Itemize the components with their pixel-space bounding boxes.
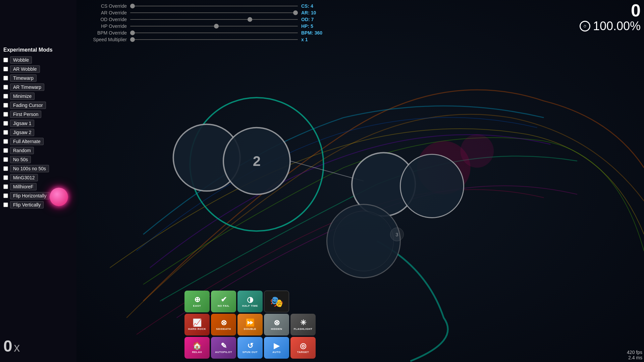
ar-handle[interactable] xyxy=(293,10,298,15)
ar-timewarp-label[interactable]: AR Timewarp xyxy=(10,83,44,91)
first-person-checkbox[interactable] xyxy=(3,112,8,117)
speed-handle[interactable] xyxy=(130,37,135,42)
bpm-value: BPM: 360 xyxy=(301,30,328,36)
half-time-label: HALF TIME xyxy=(242,304,258,307)
ar-track[interactable] xyxy=(130,12,298,13)
mod-jigsaw2[interactable]: Jigsaw 2 xyxy=(3,129,73,136)
mod-ming3012[interactable]: MinG3012 xyxy=(3,174,73,181)
swirl-background: 2 3 xyxy=(76,0,644,362)
accuracy-icon: ⏱ xyxy=(580,21,590,32)
jigsaw2-label[interactable]: Jigsaw 2 xyxy=(10,129,34,136)
auto-label: AUTO xyxy=(272,351,281,354)
millhioref-checkbox[interactable] xyxy=(3,184,8,189)
hidden-button[interactable]: ⊗ HIDDEN xyxy=(264,314,289,336)
double-button[interactable]: ⏩ DOUBLE xyxy=(237,314,263,336)
no100s-no50s-checkbox[interactable] xyxy=(3,166,8,171)
cs-handle[interactable] xyxy=(130,4,135,8)
cs-track[interactable] xyxy=(130,6,298,6)
od-value: OD: 7 xyxy=(301,17,328,22)
full-alternate-label[interactable]: Full Alternate xyxy=(10,138,44,145)
flip-vertically-label[interactable]: Flip Vertically xyxy=(10,201,44,208)
mod-no50s[interactable]: No 50s xyxy=(3,156,73,163)
hidden-label: HIDDEN xyxy=(271,327,282,330)
flashlight-button[interactable]: ✳ FLASHLIGHT xyxy=(290,314,316,336)
millhioref-label[interactable]: MillhioreF xyxy=(10,183,37,190)
speed-track[interactable] xyxy=(130,39,298,40)
wobble-checkbox[interactable] xyxy=(3,58,8,62)
flip-horizontally-label[interactable]: Flip Horizontally xyxy=(10,192,50,199)
top-right-stats: 0 ⏱ 100.00% xyxy=(580,2,641,33)
ar-wobble-checkbox[interactable] xyxy=(3,67,8,71)
fading-cursor-checkbox[interactable] xyxy=(3,103,8,108)
mod-minimize[interactable]: Minimize xyxy=(3,93,73,100)
hp-handle[interactable] xyxy=(214,24,219,28)
no50s-checkbox[interactable] xyxy=(3,157,8,162)
flip-horizontally-checkbox[interactable] xyxy=(3,193,8,198)
jigsaw2-checkbox[interactable] xyxy=(3,130,8,135)
autopilot-button[interactable]: ✎ AUTOPILOT xyxy=(211,337,236,359)
speed-slider-row: Speed Multiplier x 1 xyxy=(83,37,557,42)
minimize-label[interactable]: Minimize xyxy=(10,93,35,100)
no-fail-label: NO FAIL xyxy=(218,304,229,307)
flip-vertically-checkbox[interactable] xyxy=(3,202,8,207)
first-person-label[interactable]: First Person xyxy=(10,111,41,118)
mod-no100s-no50s[interactable]: No 100s no 50s xyxy=(3,165,73,172)
cs-label: CS Override xyxy=(83,3,127,9)
no50s-label[interactable]: No 50s xyxy=(10,156,31,163)
hp-track[interactable] xyxy=(130,26,298,26)
svg-point-8 xyxy=(400,154,464,218)
full-alternate-checkbox[interactable] xyxy=(3,139,8,144)
spun-out-button[interactable]: ↺ SPUN OUT xyxy=(237,337,263,359)
bpm-handle[interactable] xyxy=(130,31,135,35)
timewarp-label[interactable]: Timewarp xyxy=(10,74,37,82)
auto-button[interactable]: ▶ AUTO xyxy=(264,337,289,359)
random-label[interactable]: Random xyxy=(10,147,34,154)
mod-full-alternate[interactable]: Full Alternate xyxy=(3,138,73,145)
avatar-mod-button[interactable]: 🎭 xyxy=(264,291,289,312)
mod-timewarp[interactable]: Timewarp xyxy=(3,74,73,82)
spun-out-label: SPUN OUT xyxy=(243,351,258,354)
wobble-label[interactable]: Wobble xyxy=(10,56,32,64)
sd-death-button[interactable]: ⊗ SD/DEATH xyxy=(211,314,236,336)
svg-text:3: 3 xyxy=(396,232,398,237)
mod-ar-timewarp[interactable]: AR Timewarp xyxy=(3,83,73,91)
game-canvas: 2 3 xyxy=(76,0,644,362)
target-button[interactable]: ◎ TARGET xyxy=(290,337,316,359)
sidebar-title: Experimental Mods xyxy=(3,47,73,53)
jigsaw1-checkbox[interactable] xyxy=(3,121,8,126)
mod-fading-cursor[interactable]: Fading Cursor xyxy=(3,102,73,109)
auto-icon: ▶ xyxy=(274,342,279,350)
speed-label: Speed Multiplier xyxy=(83,37,127,42)
ar-wobble-label[interactable]: AR Wobble xyxy=(10,65,40,73)
no-fail-button[interactable]: ✔ NO FAIL xyxy=(211,291,236,312)
od-track[interactable] xyxy=(130,19,298,20)
od-handle[interactable] xyxy=(248,17,252,22)
mod-ar-wobble[interactable]: AR Wobble xyxy=(3,65,73,73)
relax-button[interactable]: 🏠 RELAX xyxy=(184,337,210,359)
easy-button[interactable]: ⊕ EASY xyxy=(184,291,210,312)
svg-point-1 xyxy=(461,134,494,168)
random-checkbox[interactable] xyxy=(3,148,8,153)
ming3012-checkbox[interactable] xyxy=(3,175,8,180)
mod-jigsaw1[interactable]: Jigsaw 1 xyxy=(3,120,73,127)
ar-value: AR: 10 xyxy=(301,10,328,15)
minimize-checkbox[interactable] xyxy=(3,94,8,99)
timewarp-checkbox[interactable] xyxy=(3,76,8,80)
sd-death-label: SD/DEATH xyxy=(216,327,231,330)
jigsaw1-label[interactable]: Jigsaw 1 xyxy=(10,120,34,127)
mod-row-1: ⊕ EASY ✔ NO FAIL ◑ HALF TIME 🎭 xyxy=(184,291,316,312)
fading-cursor-label[interactable]: Fading Cursor xyxy=(10,102,46,109)
mod-first-person[interactable]: First Person xyxy=(3,111,73,118)
ming3012-label[interactable]: MinG3012 xyxy=(10,174,38,181)
mod-row-2: 📈 HARD ROCK ⊗ SD/DEATH ⏩ DOUBLE ⊗ HIDDEN… xyxy=(184,314,316,336)
ar-label: AR Override xyxy=(83,10,127,15)
hard-rock-button[interactable]: 📈 HARD ROCK xyxy=(184,314,210,336)
hard-rock-icon: 📈 xyxy=(193,319,202,326)
ar-timewarp-checkbox[interactable] xyxy=(3,85,8,89)
mod-wobble[interactable]: Wobble xyxy=(3,56,73,64)
no100s-no50s-label[interactable]: No 100s no 50s xyxy=(10,165,49,172)
relax-icon: 🏠 xyxy=(193,342,202,350)
half-time-button[interactable]: ◑ HALF TIME xyxy=(237,291,263,312)
bpm-track[interactable] xyxy=(130,33,298,33)
mod-random[interactable]: Random xyxy=(3,147,73,154)
